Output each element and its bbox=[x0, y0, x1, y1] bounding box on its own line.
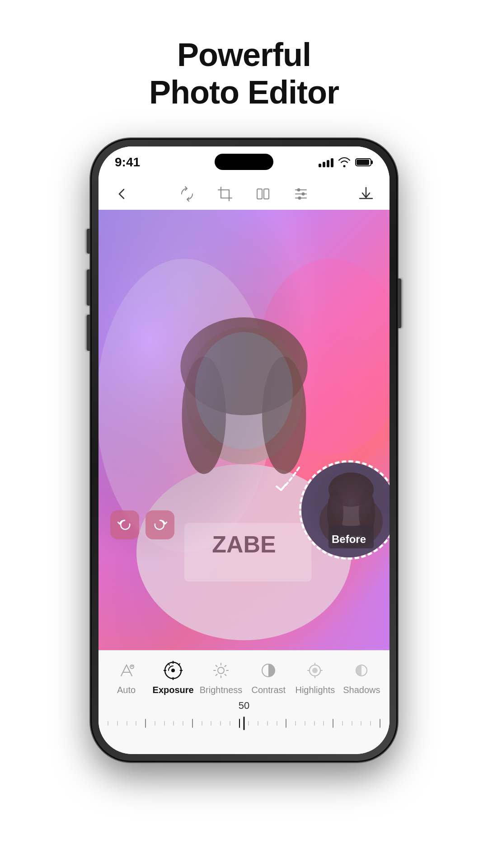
rotate-icon[interactable] bbox=[177, 184, 197, 204]
svg-line-43 bbox=[225, 674, 226, 675]
comparison-arrow bbox=[263, 454, 317, 510]
phone-button-silent bbox=[87, 229, 90, 254]
auto-icon bbox=[115, 659, 138, 682]
tab-contrast[interactable]: Contrast bbox=[248, 659, 289, 695]
phone-button-vol-down bbox=[87, 315, 90, 351]
back-button[interactable] bbox=[112, 184, 132, 204]
exposure-icon bbox=[161, 659, 185, 682]
highlights-label: Highlights bbox=[295, 685, 335, 695]
auto-label: Auto bbox=[117, 685, 136, 695]
phone-button-vol-up bbox=[87, 269, 90, 306]
status-icons bbox=[319, 157, 373, 167]
undo-button[interactable] bbox=[110, 510, 139, 539]
tab-shadows[interactable]: Shadows bbox=[341, 659, 382, 695]
adjustment-panel: Auto bbox=[99, 650, 389, 754]
svg-rect-2 bbox=[357, 160, 369, 165]
svg-point-5 bbox=[297, 188, 300, 191]
slider-area: 50 bbox=[99, 695, 389, 731]
battery-icon bbox=[355, 157, 373, 167]
slider-needle bbox=[244, 717, 245, 730]
slider-value: 50 bbox=[108, 700, 380, 712]
slider-track[interactable] bbox=[108, 715, 380, 731]
adjustment-tabs: Auto bbox=[99, 651, 389, 695]
svg-line-45 bbox=[216, 674, 217, 675]
contrast-icon bbox=[257, 659, 280, 682]
before-label: Before bbox=[332, 533, 366, 546]
tab-exposure[interactable]: Exposure bbox=[153, 659, 194, 695]
brightness-icon bbox=[209, 659, 233, 682]
tab-brightness[interactable]: Brightness bbox=[200, 659, 243, 695]
signal-icon bbox=[319, 157, 333, 167]
phone-screen: 9:41 bbox=[99, 146, 389, 754]
page-title: Powerful Photo Editor bbox=[149, 36, 339, 111]
svg-rect-3 bbox=[257, 189, 262, 199]
svg-line-44 bbox=[225, 665, 226, 666]
svg-point-18 bbox=[195, 332, 293, 449]
status-time: 9:41 bbox=[115, 155, 140, 170]
phone-mockup: 9:41 bbox=[90, 138, 398, 762]
svg-point-7 bbox=[298, 196, 301, 199]
editor-toolbar bbox=[99, 178, 389, 210]
shadows-icon bbox=[350, 659, 373, 682]
brightness-label: Brightness bbox=[200, 685, 243, 695]
download-button[interactable] bbox=[356, 184, 376, 204]
crop-icon[interactable] bbox=[215, 184, 235, 204]
flip-icon[interactable] bbox=[253, 184, 273, 204]
svg-point-6 bbox=[302, 192, 305, 195]
svg-point-48 bbox=[312, 668, 318, 673]
highlights-icon bbox=[303, 659, 327, 682]
svg-point-37 bbox=[218, 667, 224, 674]
phone-button-power bbox=[398, 278, 401, 328]
contrast-label: Contrast bbox=[252, 685, 286, 695]
photo-subject: ZABE bbox=[99, 210, 389, 650]
tab-auto[interactable]: Auto bbox=[106, 659, 147, 695]
svg-rect-4 bbox=[264, 189, 269, 199]
shadows-label: Shadows bbox=[343, 685, 380, 695]
dynamic-island bbox=[215, 154, 273, 170]
svg-point-30 bbox=[171, 669, 175, 672]
exposure-label: Exposure bbox=[153, 685, 194, 695]
tab-highlights[interactable]: Highlights bbox=[295, 659, 335, 695]
svg-line-42 bbox=[216, 665, 217, 666]
redo-button[interactable] bbox=[145, 510, 174, 539]
filter-icon[interactable] bbox=[291, 184, 311, 204]
undo-redo-group bbox=[110, 510, 174, 539]
wifi-icon bbox=[338, 157, 351, 167]
svg-rect-1 bbox=[371, 160, 373, 164]
photo-canvas: ZABE bbox=[99, 210, 389, 650]
